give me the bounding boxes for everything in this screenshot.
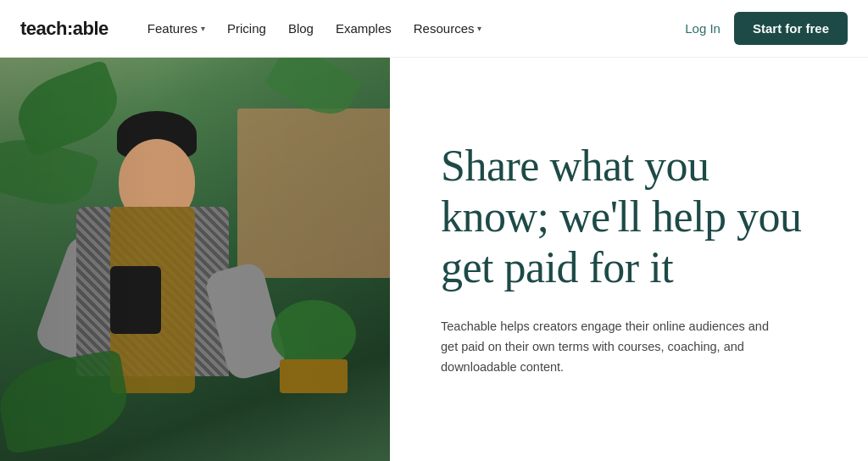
nav-examples-label: Examples [336,21,392,36]
nav-item-resources[interactable]: Resources ▾ [405,16,491,41]
hero-image [0,58,390,461]
hero-content: Share what you know; we'll help you get … [390,58,868,461]
nav-pricing-label: Pricing [227,21,266,36]
chevron-down-icon-2: ▾ [477,24,481,33]
hero-description: Teachable helps creators engage their on… [441,317,780,378]
nav-links: Features ▾ Pricing Blog Examples Resourc… [139,16,685,41]
nav-item-pricing[interactable]: Pricing [219,16,275,41]
hero-title: Share what you know; we'll help you get … [441,141,817,292]
nav-blog-label: Blog [288,21,314,36]
start-free-button[interactable]: Start for free [734,12,848,45]
login-button[interactable]: Log In [685,21,721,36]
nav-item-features[interactable]: Features ▾ [139,16,214,41]
nav-features-label: Features [147,21,198,36]
chevron-down-icon: ▾ [201,24,205,33]
nav-resources-label: Resources [414,21,475,36]
navbar: teach:able Features ▾ Pricing Blog Examp… [0,0,868,58]
hero-section: Share what you know; we'll help you get … [0,58,868,461]
nav-right: Log In Start for free [685,12,848,45]
nav-item-blog[interactable]: Blog [280,16,322,41]
brand-logo[interactable]: teach:able [20,18,108,40]
nav-item-examples[interactable]: Examples [327,16,400,41]
